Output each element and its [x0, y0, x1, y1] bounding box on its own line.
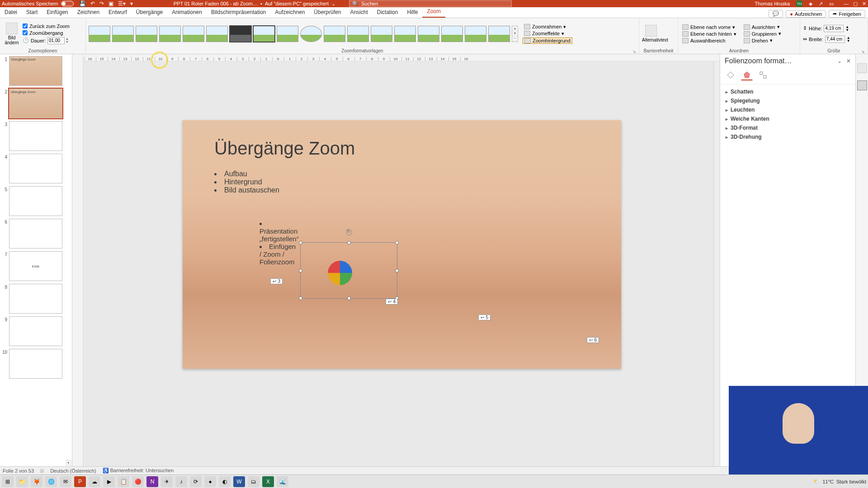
sidebar-format-icon[interactable]	[857, 80, 867, 90]
slide-thumb-4[interactable]	[9, 154, 62, 183]
resize-handle[interactable]	[395, 241, 399, 244]
taskbar-outlook-icon[interactable]: ✉	[60, 476, 71, 487]
resize-handle[interactable]	[347, 241, 351, 244]
taskbar-powerpoint-icon[interactable]: P	[74, 476, 86, 487]
slide-thumb-6[interactable]	[9, 219, 62, 249]
weather-temp[interactable]: 11°C	[822, 479, 834, 484]
slide-thumb-3[interactable]	[9, 121, 62, 151]
editor-vscroll[interactable]	[713, 61, 720, 466]
resize-handle[interactable]	[395, 269, 399, 272]
tab-ueberpruefen[interactable]: Überprüfen	[309, 7, 345, 18]
tab-aufzeichnen[interactable]: Aufzeichnen	[270, 7, 309, 18]
start-button[interactable]: ⊞	[2, 476, 14, 487]
zoom-thumb-3[interactable]: ↩ 3	[201, 229, 282, 278]
zoom-background-button[interactable]: Zoomhintergrund	[523, 38, 572, 44]
taskbar-chrome-icon[interactable]: 🌐	[45, 476, 57, 487]
style-thumb[interactable]	[206, 26, 228, 42]
language-status[interactable]: Deutsch (Österreich)	[50, 468, 96, 474]
section-weiche-kanten[interactable]: ▸Weiche Kanten	[726, 114, 850, 123]
record-button[interactable]: ●Aufzeichnen	[786, 10, 826, 18]
tab-uebergaenge[interactable]: Übergänge	[132, 7, 167, 18]
slide-thumb-2[interactable]: Übergänge Zoom	[9, 89, 62, 118]
bring-forward-button[interactable]: Ebene nach vorne ▾	[681, 24, 738, 30]
slide-thumb-1[interactable]: Übergänge Zoom	[9, 56, 62, 86]
pane-tab-fill-icon[interactable]	[725, 70, 736, 80]
weather-text[interactable]: Stark bewölkt	[836, 479, 866, 484]
tab-entwurf[interactable]: Entwurf	[104, 7, 132, 18]
tab-dictation[interactable]: Dictation	[373, 7, 403, 18]
style-thumb[interactable]	[183, 26, 204, 42]
share-button[interactable]: ➦Freigeben	[829, 10, 865, 18]
maximize-icon[interactable]: ▢	[853, 1, 858, 7]
pane-tab-effects-icon[interactable]	[741, 70, 753, 80]
taskbar-app-icon[interactable]: ☁	[89, 476, 100, 487]
taskbar-telegram-icon[interactable]: ✈	[161, 476, 173, 487]
style-thumb[interactable]	[277, 26, 298, 42]
search-box[interactable]: 🔍 Suchen	[349, 0, 512, 7]
doc-saved-state[interactable]: Auf "diesem PC" gespeichert	[265, 1, 329, 6]
width-input[interactable]	[825, 36, 845, 43]
thumbs-scroll-down-icon[interactable]: ▾	[66, 460, 71, 465]
slide-thumb-10[interactable]	[9, 349, 62, 379]
tab-datei[interactable]: Datei	[0, 7, 22, 18]
style-thumb[interactable]	[159, 26, 181, 42]
tab-ansicht[interactable]: Ansicht	[345, 7, 372, 18]
duration-input[interactable]	[47, 37, 65, 44]
style-thumb[interactable]	[441, 26, 463, 42]
comments-button[interactable]: 💬	[769, 10, 783, 18]
window-layout-icon[interactable]: ▭	[829, 1, 834, 7]
slide-counter[interactable]: Folie 2 von 53	[3, 468, 34, 474]
section-spiegelung[interactable]: ▸Spiegelung	[726, 96, 850, 105]
style-thumb[interactable]	[488, 26, 510, 42]
style-thumb[interactable]	[136, 26, 157, 42]
touch-icon[interactable]: ☰▾	[118, 0, 126, 7]
width-spinner[interactable]: ▲▼	[847, 36, 850, 42]
resize-handle[interactable]	[347, 296, 351, 300]
zoom-transition-checkbox[interactable]: Zoomübergang	[23, 30, 70, 36]
zoom-styles-gallery[interactable]: ▴▾⋯	[89, 26, 518, 42]
taskbar-app-icon[interactable]: ◐	[219, 476, 231, 487]
style-thumb[interactable]	[394, 26, 416, 42]
taskbar-app-icon[interactable]: ⟳	[190, 476, 202, 487]
height-spinner[interactable]: ▲▼	[845, 25, 849, 32]
chevron-down-icon[interactable]: ⌄	[331, 1, 335, 7]
slide-bullets[interactable]: Aufbau Präsentation „fertigstellen“ Einf…	[214, 170, 279, 194]
taskbar-excel-icon[interactable]: X	[262, 476, 274, 487]
tab-zeichnen[interactable]: Zeichnen	[73, 7, 104, 18]
taskbar-app-icon[interactable]: 🗂	[248, 476, 259, 487]
style-thumb[interactable]	[89, 26, 110, 42]
section-3d-format[interactable]: ▸3D-Format	[726, 123, 850, 132]
rotate-handle[interactable]	[346, 229, 352, 235]
section-leuchten[interactable]: ▸Leuchten	[726, 105, 850, 114]
user-name[interactable]: Thomas Hruska	[755, 1, 790, 6]
tab-start[interactable]: Start	[22, 7, 42, 18]
tab-einfuegen[interactable]: Einfügen	[42, 7, 72, 18]
weather-icon[interactable]: ⛅	[813, 479, 820, 484]
selection-pane-button[interactable]: Auswahlbereich	[681, 38, 738, 43]
style-thumb[interactable]	[230, 26, 251, 42]
autosave-toggle[interactable]	[61, 1, 74, 6]
taskbar-app-icon[interactable]: 🔴	[132, 476, 144, 487]
zoom-thumb-4-selected[interactable]: ↩ 4	[300, 242, 397, 299]
pane-dropdown-icon[interactable]: ⌄	[837, 58, 842, 64]
save-icon[interactable]: 💾	[79, 0, 86, 7]
slide-canvas[interactable]: Übergänge Zoom Aufbau Präsentation „fert…	[83, 61, 720, 466]
tab-bildschirm[interactable]: Bildschirmpräsentation	[207, 7, 270, 18]
sync-icon[interactable]: ↗	[819, 1, 823, 7]
style-thumb[interactable]	[112, 26, 134, 42]
resize-handle[interactable]	[299, 241, 302, 244]
pane-tab-size-icon[interactable]	[757, 70, 769, 80]
send-backward-button[interactable]: Ebene nach hinten ▾	[681, 31, 738, 37]
taskbar-onenote-icon[interactable]: N	[146, 476, 158, 487]
pane-close-icon[interactable]: ✕	[846, 58, 851, 64]
duration-spinner[interactable]: ▲▼	[66, 37, 70, 43]
slideshow-icon[interactable]: ▣	[108, 0, 113, 7]
undo-icon[interactable]: ↶	[90, 0, 95, 7]
style-thumb[interactable]	[253, 26, 275, 42]
style-thumb[interactable]	[300, 26, 322, 42]
zoom-thumb-5[interactable]: ↩ 5	[409, 269, 490, 314]
taskbar-explorer-icon[interactable]: 📁	[16, 476, 28, 487]
dialog-launcher-icon[interactable]: ↘	[861, 49, 865, 54]
alt-text-button[interactable]: Alternativtext	[642, 25, 660, 42]
slide-thumbnails-panel[interactable]: 1Übergänge Zoom 2Übergänge Zoom 3 4 5 6 …	[0, 54, 72, 466]
